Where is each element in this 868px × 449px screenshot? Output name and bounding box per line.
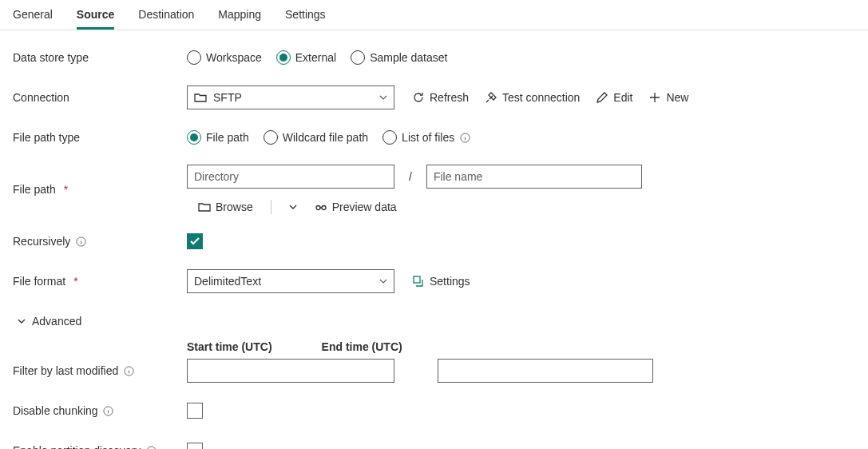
action-label: Browse [216,201,253,213]
label-filter-by-last-modified: Filter by last modified [13,364,187,377]
label-text: File format [13,275,65,288]
info-icon[interactable] [459,132,470,143]
enable-partition-discovery-checkbox[interactable] [187,443,203,449]
advanced-toggle[interactable]: Advanced [18,315,81,328]
plug-icon [485,91,497,104]
label-text: Disable chunking [13,404,98,417]
required-marker: * [73,275,77,288]
edit-icon [596,91,608,104]
chevron-down-icon [379,95,387,100]
filename-input[interactable] [426,165,642,189]
format-settings-button[interactable]: Settings [412,275,470,288]
connection-select[interactable]: SFTP [187,85,394,109]
edit-button[interactable]: Edit [596,91,632,104]
tab-mapping[interactable]: Mapping [218,0,261,30]
label-recursively: Recursively [13,235,187,248]
tab-general[interactable]: General [13,0,53,30]
action-label: Test connection [502,91,580,104]
chevron-down-icon [18,319,26,324]
action-label: New [666,91,688,104]
new-connection-button[interactable]: New [648,91,688,104]
action-label: Refresh [430,91,469,104]
data-store-type-group: Workspace External Sample dataset [187,50,447,65]
label-disable-chunking: Disable chunking [13,404,187,417]
start-time-input[interactable] [187,359,394,383]
settings-icon [412,275,425,288]
connection-value: SFTP [213,91,242,104]
label-file-path: File path* [13,183,187,196]
label-file-path-type: File path type [13,131,187,144]
refresh-button[interactable]: Refresh [412,91,469,104]
radio-sample-dataset[interactable]: Sample dataset [351,50,447,65]
radio-circle [187,130,201,145]
svg-rect-4 [414,276,420,283]
radio-label: Wildcard file path [283,131,368,144]
radio-file-path[interactable]: File path [187,130,249,145]
action-label: Edit [613,91,632,104]
directory-input[interactable] [187,165,394,189]
svg-point-1 [316,206,320,210]
radio-label: External [295,51,336,64]
source-form: Data store type Workspace External Sampl… [0,30,868,449]
refresh-icon [412,91,425,104]
radio-wildcard[interactable]: Wildcard file path [264,130,368,145]
label-end-time: End time (UTC) [322,340,402,353]
disable-chunking-checkbox[interactable] [187,403,203,419]
svg-point-7 [147,446,156,449]
tab-destination[interactable]: Destination [138,0,194,30]
radio-circle [276,50,291,65]
label-data-store-type: Data store type [13,51,187,64]
radio-circle [187,50,201,65]
file-format-value: DelimitedText [194,275,261,288]
path-separator: / [409,170,412,183]
end-time-input[interactable] [438,359,653,383]
radio-circle [264,130,278,145]
info-icon[interactable] [103,405,114,416]
glasses-icon [315,201,327,213]
tab-settings[interactable]: Settings [285,0,326,30]
label-text: Advanced [32,315,81,328]
radio-list-of-files[interactable]: List of files [382,130,470,145]
label-text: File path type [13,131,80,144]
radio-label: Workspace [206,51,262,64]
label-text: Filter by last modified [13,364,118,377]
radio-label: List of files [402,131,454,144]
test-connection-button[interactable]: Test connection [485,91,580,104]
plus-icon [648,91,661,104]
info-icon[interactable] [145,445,157,449]
folder-open-icon [198,201,211,213]
radio-label: Sample dataset [370,51,447,64]
label-file-format: File format* [13,275,187,288]
radio-circle [351,50,365,65]
browse-dropdown-button[interactable] [289,205,297,209]
divider [271,200,271,214]
tab-bar: General Source Destination Mapping Setti… [0,0,868,30]
radio-circle [382,130,397,145]
radio-label: File path [206,131,249,144]
tab-source[interactable]: Source [77,0,114,30]
label-text: Recursively [13,235,70,248]
info-icon[interactable] [123,365,134,376]
info-icon[interactable] [75,236,86,247]
file-format-select[interactable]: DelimitedText [187,269,394,293]
folder-icon [194,91,207,104]
browse-button[interactable]: Browse [198,201,253,213]
preview-data-button[interactable]: Preview data [315,201,397,213]
label-text: File path [13,183,56,196]
radio-external[interactable]: External [276,50,336,65]
radio-workspace[interactable]: Workspace [187,50,262,65]
label-enable-partition-discovery: Enable partition discovery [13,444,187,449]
chevron-down-icon [379,279,387,284]
action-label: Settings [430,275,470,288]
file-path-type-group: File path Wildcard file path List of fil… [187,130,470,145]
label-start-time: Start time (UTC) [187,340,272,353]
svg-point-2 [322,206,326,210]
label-text: Enable partition discovery [13,444,141,449]
label-text: Data store type [13,51,89,64]
recursively-checkbox[interactable] [187,233,203,249]
required-marker: * [64,183,68,196]
action-label: Preview data [332,201,397,213]
label-connection: Connection [13,91,187,104]
label-text: Connection [13,91,69,104]
chevron-down-icon [289,205,297,209]
